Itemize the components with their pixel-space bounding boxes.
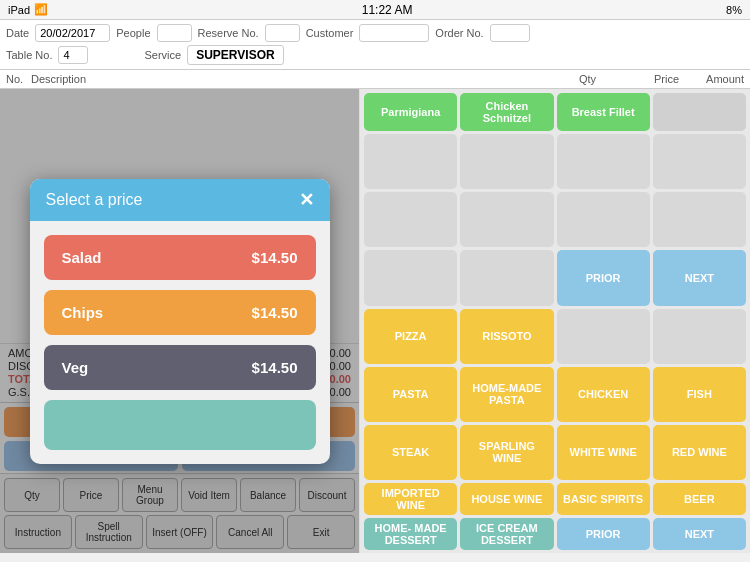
breast-fillet-tab[interactable]: Breast Fillet: [557, 93, 650, 131]
service-label: Service: [144, 49, 181, 61]
status-left: iPad 📶: [8, 3, 48, 16]
menu-cell-empty-1: [364, 134, 457, 189]
price-veg-value: $14.50: [252, 359, 298, 376]
sparling-wine-button[interactable]: SPARLING WINE: [460, 425, 553, 480]
empty-tab[interactable]: [653, 93, 746, 131]
pizza-button[interactable]: PIZZA: [364, 309, 457, 364]
col-price: Price: [619, 73, 679, 85]
menu-cell-empty-11: [557, 309, 650, 364]
house-wine-button[interactable]: HOUSE WINE: [460, 483, 553, 515]
left-panel: AMOUNT 0.00 DISCOUNT (0.00%) 0.00 TOTAL …: [0, 89, 360, 553]
basic-spirits-button[interactable]: BASIC SPIRITS: [557, 483, 650, 515]
right-panel: Parmigiana Chicken Schnitzel Breast Fill…: [360, 89, 750, 553]
imported-wine-button[interactable]: IMPORTED WINE: [364, 483, 457, 515]
prior-button-2[interactable]: Prior: [557, 518, 650, 550]
col-description: Description: [31, 73, 579, 85]
menu-cell-empty-6: [460, 192, 553, 247]
customer-label: Customer: [306, 27, 354, 39]
menu-cell-empty-7: [557, 192, 650, 247]
reserve-label: Reserve No.: [198, 27, 259, 39]
supervisor-value: SUPERVISOR: [187, 45, 283, 65]
menu-cell-empty-3: [557, 134, 650, 189]
menu-cell-empty-9: [364, 250, 457, 305]
menu-grid-area: Prior Next PIZZA RISSOTO PASTA HOME-MADE…: [360, 131, 750, 553]
menu-cell-empty-4: [653, 134, 746, 189]
chicken-button[interactable]: CHICKEN: [557, 367, 650, 422]
main-layout: AMOUNT 0.00 DISCOUNT (0.00%) 0.00 TOTAL …: [0, 89, 750, 553]
price-chips-label: Chips: [62, 304, 104, 321]
header-area: Date People Reserve No. Customer Order N…: [0, 20, 750, 70]
menu-cell-empty-10: [460, 250, 553, 305]
date-label: Date: [6, 27, 29, 39]
prior-button-1[interactable]: Prior: [557, 250, 650, 305]
red-wine-button[interactable]: RED WINE: [653, 425, 746, 480]
ice-cream-dessert-button[interactable]: ICE CREAM DESSERT: [460, 518, 553, 550]
wifi-icon: 📶: [34, 3, 48, 16]
home-made-pasta-button[interactable]: HOME-MADE PASTA: [460, 367, 553, 422]
price-option-veg[interactable]: Veg $14.50: [44, 345, 316, 390]
parmigiana-tab[interactable]: Parmigiana: [364, 93, 457, 131]
price-option-empty: [44, 400, 316, 450]
next-button-1[interactable]: Next: [653, 250, 746, 305]
menu-cell-empty-8: [653, 192, 746, 247]
col-qty: Qty: [579, 73, 619, 85]
price-salad-value: $14.50: [252, 249, 298, 266]
price-option-salad[interactable]: Salad $14.50: [44, 235, 316, 280]
modal-close-button[interactable]: ✕: [299, 189, 314, 211]
order-label: Order No.: [435, 27, 483, 39]
menu-top-tabs: Parmigiana Chicken Schnitzel Breast Fill…: [360, 89, 750, 131]
white-wine-button[interactable]: WHITE WINE: [557, 425, 650, 480]
battery-status: 8%: [726, 4, 742, 16]
customer-input[interactable]: [359, 24, 429, 42]
price-veg-label: Veg: [62, 359, 89, 376]
home-made-dessert-button[interactable]: HOME- MADE DESSERT: [364, 518, 457, 550]
col-no: No.: [6, 73, 31, 85]
price-salad-label: Salad: [62, 249, 102, 266]
price-select-modal: Select a price ✕ Salad $14.50 Chips $14.…: [30, 179, 330, 464]
table-header: No. Description Qty Price Amount: [0, 70, 750, 89]
col-amount: Amount: [679, 73, 744, 85]
next-button-2[interactable]: Next: [653, 518, 746, 550]
menu-cell-empty-12: [653, 309, 746, 364]
price-chips-value: $14.50: [252, 304, 298, 321]
beer-button[interactable]: BEER: [653, 483, 746, 515]
modal-header: Select a price ✕: [30, 179, 330, 221]
menu-cell-empty-5: [364, 192, 457, 247]
people-input[interactable]: [157, 24, 192, 42]
steak-button[interactable]: STEAK: [364, 425, 457, 480]
price-option-chips[interactable]: Chips $14.50: [44, 290, 316, 335]
reserve-input[interactable]: [265, 24, 300, 42]
pasta-button[interactable]: PASTA: [364, 367, 457, 422]
modal-title: Select a price: [46, 191, 143, 209]
order-input[interactable]: [490, 24, 530, 42]
table-input[interactable]: [58, 46, 88, 64]
table-label: Table No.: [6, 49, 52, 61]
status-time: 11:22 AM: [362, 3, 413, 17]
modal-body: Salad $14.50 Chips $14.50 Veg $14.50: [30, 221, 330, 464]
modal-overlay: Select a price ✕ Salad $14.50 Chips $14.…: [0, 89, 359, 553]
menu-cell-empty-2: [460, 134, 553, 189]
date-input[interactable]: [35, 24, 110, 42]
ipad-label: iPad: [8, 4, 30, 16]
people-label: People: [116, 27, 150, 39]
status-bar: iPad 📶 11:22 AM 8%: [0, 0, 750, 20]
chicken-schnitzel-tab[interactable]: Chicken Schnitzel: [460, 93, 553, 131]
rissoto-button[interactable]: RISSOTO: [460, 309, 553, 364]
fish-button[interactable]: FISH: [653, 367, 746, 422]
